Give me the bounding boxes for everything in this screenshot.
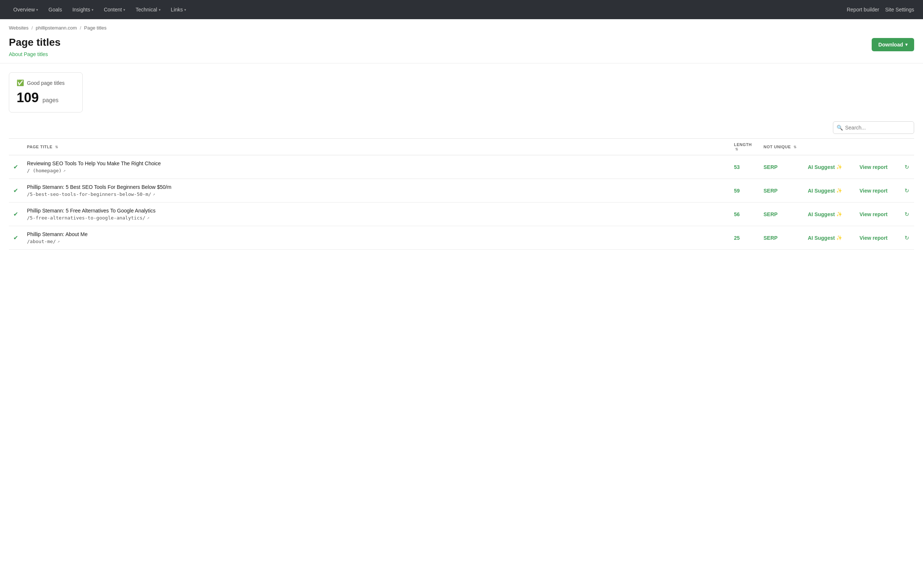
breadcrumb-sep-1: / [31,25,33,31]
td-length-0: 53 [729,155,759,179]
stat-card-good-titles: ✅ Good page titles 109 pages [9,72,83,113]
ai-suggest-button-0[interactable]: AI Suggest ✨ [808,164,842,170]
th-view [855,139,899,155]
th-page-title[interactable]: PAGE TITLE ⇅ [23,139,729,155]
length-value-2: 56 [734,211,740,217]
td-ai-3: AI Suggest ✨ [803,226,855,250]
ai-suggest-label: AI Suggest [808,235,835,241]
about-page-titles-link[interactable]: About Page titles [9,51,48,57]
serp-link-2[interactable]: SERP [764,211,777,217]
th-not-unique[interactable]: NOT UNIQUE ⇅ [759,139,803,155]
table-wrap: PAGE TITLE ⇅ LENGTH ⇅ NOT UNIQUE ⇅ [0,138,923,264]
refresh-icon[interactable]: ↻ [905,211,909,217]
chevron-down-icon: ▾ [159,8,161,12]
length-value-3: 25 [734,235,740,241]
serp-link-0[interactable]: SERP [764,164,777,170]
check-icon: ✔ [13,164,18,170]
nav-label-goals: Goals [48,7,62,13]
page-url-3: /about-me/ ↗ [27,239,725,244]
td-page-title-0: Reviewing SEO Tools To Help You Make The… [23,155,729,179]
td-refresh-3: ↻ [899,226,914,250]
magic-icon: ✨ [836,211,842,217]
divider [0,63,923,64]
page-url-1: /5-best-seo-tools-for-beginners-below-50… [27,192,725,197]
nav-label-links: Links [171,7,183,13]
nav-item-technical[interactable]: Technical ▾ [131,4,165,15]
page-header-left: Page titles About Page titles [9,36,61,57]
view-report-button-0[interactable]: View report [859,164,888,170]
search-input[interactable] [833,121,914,134]
ai-suggest-button-2[interactable]: AI Suggest ✨ [808,211,842,217]
nav-right: Report builder Site Settings [847,7,914,13]
refresh-icon[interactable]: ↻ [905,234,909,241]
td-not-unique-1: SERP [759,179,803,203]
td-view-report-2: View report [855,203,899,226]
stats-section: ✅ Good page titles 109 pages [0,72,923,121]
refresh-icon[interactable]: ↻ [905,164,909,170]
nav-item-links[interactable]: Links ▾ [166,4,191,15]
search-icon: 🔍 [837,124,843,131]
breadcrumb-websites[interactable]: Websites [9,25,28,31]
ai-suggest-label: AI Suggest [808,164,835,170]
nav-left: Overview ▾ Goals Insights ▾ Content ▾ Te… [9,4,191,15]
nav-item-content[interactable]: Content ▾ [99,4,130,15]
external-link-icon[interactable]: ↗ [57,239,60,244]
check-icon: ✔ [13,211,18,217]
page-title-text-1: Phillip Stemann: 5 Best SEO Tools For Be… [27,184,725,190]
magic-icon: ✨ [836,235,842,241]
magic-icon: ✨ [836,164,842,170]
page-subtitle: About Page titles [9,51,61,57]
td-refresh-1: ↻ [899,179,914,203]
page-header: Page titles About Page titles Download ▾ [0,34,923,63]
nav-item-goals[interactable]: Goals [44,4,66,15]
page-url-0: / (homepage) ↗ [27,168,725,174]
stat-unit: pages [43,97,59,103]
td-length-1: 59 [729,179,759,203]
ai-suggest-button-1[interactable]: AI Suggest ✨ [808,188,842,194]
nav-item-overview[interactable]: Overview ▾ [9,4,43,15]
page-title: Page titles [9,36,61,48]
chevron-down-icon: ▾ [184,8,186,12]
ai-suggest-button-3[interactable]: AI Suggest ✨ [808,235,842,241]
refresh-icon[interactable]: ↻ [905,187,909,194]
td-refresh-2: ↻ [899,203,914,226]
td-ai-0: AI Suggest ✨ [803,155,855,179]
td-view-report-3: View report [855,226,899,250]
stat-card-header: ✅ Good page titles [16,79,75,86]
length-value-1: 59 [734,188,740,194]
breadcrumb-domain[interactable]: phillipstemann.com [36,25,77,31]
nav-label-technical: Technical [135,7,157,13]
page-title-text-0: Reviewing SEO Tools To Help You Make The… [27,161,725,166]
stat-label: Good page titles [27,80,65,86]
view-report-button-3[interactable]: View report [859,235,888,241]
td-page-title-1: Phillip Stemann: 5 Best SEO Tools For Be… [23,179,729,203]
th-ai [803,139,855,155]
td-check-0: ✔ [9,155,23,179]
sort-icon: ⇅ [735,147,738,151]
stat-value: 109 [16,90,39,105]
view-report-button-1[interactable]: View report [859,188,888,194]
th-status [9,139,23,155]
table-row: ✔ Phillip Stemann: 5 Best SEO Tools For … [9,179,914,203]
nav-item-insights[interactable]: Insights ▾ [68,4,98,15]
page-title-text-2: Phillip Stemann: 5 Free Alternatives To … [27,208,725,214]
sort-icon: ⇅ [793,145,797,149]
external-link-icon[interactable]: ↗ [147,215,149,220]
th-length[interactable]: LENGTH ⇅ [729,139,759,155]
table-row: ✔ Phillip Stemann: About Me /about-me/ ↗… [9,226,914,250]
data-table: PAGE TITLE ⇅ LENGTH ⇅ NOT UNIQUE ⇅ [9,138,914,250]
table-header-row: PAGE TITLE ⇅ LENGTH ⇅ NOT UNIQUE ⇅ [9,139,914,155]
table-row: ✔ Phillip Stemann: 5 Free Alternatives T… [9,203,914,226]
download-button[interactable]: Download ▾ [872,38,914,51]
view-report-button-2[interactable]: View report [859,211,888,217]
report-builder-link[interactable]: Report builder [847,7,879,13]
breadcrumb: Websites / phillipstemann.com / Page tit… [0,19,923,34]
site-settings-link[interactable]: Site Settings [885,7,914,13]
table-row: ✔ Reviewing SEO Tools To Help You Make T… [9,155,914,179]
external-link-icon[interactable]: ↗ [153,192,156,197]
external-link-icon[interactable]: ↗ [63,168,66,173]
page-url-2: /5-free-alternatives-to-google-analytics… [27,215,725,221]
serp-link-3[interactable]: SERP [764,235,777,241]
td-check-1: ✔ [9,179,23,203]
serp-link-1[interactable]: SERP [764,188,777,194]
